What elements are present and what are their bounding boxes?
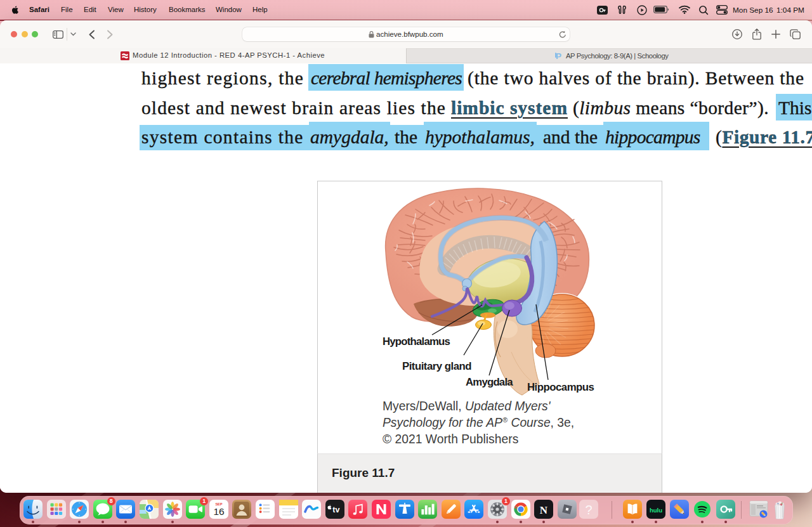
- svg-text:?: ?: [585, 503, 592, 517]
- svg-text:16: 16: [213, 506, 224, 517]
- svg-text:SEP: SEP: [215, 502, 222, 506]
- svg-text:N: N: [540, 504, 548, 516]
- svg-text:hulu: hulu: [650, 507, 662, 514]
- svg-text:tv: tv: [332, 505, 339, 514]
